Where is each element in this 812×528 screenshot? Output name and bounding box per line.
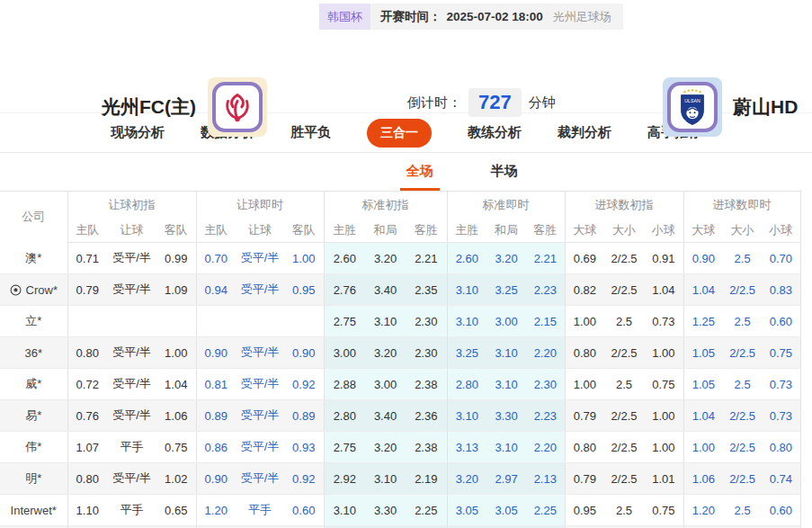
odds-cell-standard_initial: 2.21 [406, 243, 447, 274]
odds-cell-standard_live: 2.97 [486, 463, 526, 495]
odds-cell-standard_initial: 2.75 [324, 432, 365, 463]
odds-cell-handicap_initial: 平手 [107, 432, 156, 463]
odds-cell-handicap_live: 受平/半 [236, 432, 284, 463]
odds-cell-handicap_live: 受平/半 [236, 274, 284, 306]
odds-cell-standard_live: 3.10 [486, 369, 526, 400]
odds-cell-goals_initial: 1.00 [644, 337, 683, 369]
group-header-goals_live: 进球数即时 [683, 192, 800, 219]
odds-cell-standard_initial: 2.75 [324, 306, 365, 337]
odds-cell-handicap_initial: 受平/半 [107, 274, 156, 306]
column-header-company: 公司 [0, 192, 67, 243]
odds-table-head: 公司让球初指让球即时标准初指标准即时进球数初指进球数即时主队让球客队主队让球客队… [0, 192, 800, 243]
team-header: 光州FC(主) 倒计时： 727 分钟 [0, 36, 812, 112]
odds-cell-standard_initial: 3.10 [365, 306, 406, 337]
odds-cell-goals_initial: 2/2.5 [604, 432, 644, 463]
company-cell[interactable]: 易* [0, 400, 67, 432]
odds-cell-handicap_live: 0.89 [284, 400, 324, 432]
odds-cell-standard_live: 3.00 [486, 306, 526, 337]
odds-cell-handicap_initial: 0.72 [67, 369, 107, 400]
odds-cell-standard_live: 2.20 [526, 432, 565, 463]
tab-three-in-one[interactable]: 三合一 [367, 119, 432, 148]
company-cell[interactable]: 威* [0, 369, 67, 400]
table-row: 伟*1.07平手0.750.86受平/半0.932.753.202.383.13… [0, 432, 800, 463]
odds-cell-standard_initial: 2.38 [406, 369, 447, 400]
countdown-value: 727 [468, 88, 522, 117]
odds-cell-handicap_initial: 受平/半 [107, 463, 156, 495]
odds-cell-handicap_initial: 1.02 [156, 463, 196, 495]
odds-cell-goals_live: 0.90 [683, 243, 723, 274]
sub-header-standard_initial-2: 客胜 [406, 219, 447, 243]
odds-cell-goals_initial: 1.01 [644, 463, 683, 495]
odds-cell-handicap_initial: 1.04 [156, 369, 196, 400]
odds-cell-standard_live: 2.23 [526, 400, 565, 432]
tab-coach-analysis[interactable]: 教练分析 [468, 124, 522, 141]
odds-cell-goals_initial: 1.00 [565, 306, 604, 337]
odds-cell-standard_live: 3.05 [447, 495, 486, 526]
odds-cell-goals_initial: 2.5 [604, 495, 644, 526]
countdown-label: 倒计时： [407, 94, 461, 112]
odds-cell-handicap_live: 受平/半 [236, 463, 284, 495]
odds-cell-standard_live: 3.20 [447, 463, 486, 495]
sub-header-goals_live-2: 小球 [762, 219, 800, 243]
odds-cell-goals_live: 0.60 [762, 306, 800, 337]
odds-cell-standard_initial: 3.20 [365, 243, 406, 274]
odds-cell-handicap_initial: 1.06 [156, 400, 196, 432]
company-cell[interactable]: 伟* [0, 432, 67, 463]
odds-cell-standard_live: 3.10 [447, 274, 486, 306]
table-row: 立*2.753.102.303.103.002.151.002.50.731.2… [0, 306, 800, 337]
table-row: 明*0.80受平/半1.020.90受平/半0.922.923.102.193.… [0, 463, 800, 495]
kickoff-label: 开赛时间： [380, 9, 442, 25]
company-cell[interactable]: 明* [0, 463, 67, 495]
odds-cell-goals_initial: 2.5 [604, 369, 644, 400]
odds-cell-goals_live: 2/2.5 [723, 432, 762, 463]
odds-cell-handicap_live: 1.00 [284, 243, 324, 274]
odds-cell-goals_live: 0.75 [762, 337, 800, 369]
odds-cell-goals_initial: 2.5 [604, 306, 644, 337]
odds-cell-standard_live: 2.15 [526, 306, 565, 337]
odds-cell-standard_live: 3.30 [486, 400, 526, 432]
odds-cell-handicap_initial: 0.75 [156, 432, 196, 463]
sub-header-handicap_live-1: 让球 [236, 219, 284, 243]
tab-referee-analysis[interactable]: 裁判分析 [558, 124, 611, 141]
away-team: ULSAN 蔚山HD [663, 77, 798, 137]
odds-cell-goals_live: 2.5 [723, 369, 762, 400]
odds-cell-goals_live: 1.00 [683, 432, 723, 463]
odds-cell-standard_live: 2.60 [447, 243, 486, 274]
odds-cell-goals_initial: 2/2.5 [604, 243, 644, 274]
odds-cell-goals_initial: 0.69 [565, 243, 604, 274]
company-cell[interactable]: 立* [0, 306, 67, 337]
odds-cell-handicap_live: 受平/半 [236, 400, 284, 432]
company-cell[interactable]: 36* [0, 337, 67, 369]
table-row: Interwet*1.10平手0.651.20平手0.603.103.302.2… [0, 495, 800, 526]
countdown-unit: 分钟 [529, 94, 556, 112]
league-badge: 韩国杯 [319, 4, 370, 30]
company-cell[interactable]: 澳* [0, 243, 67, 274]
group-header-standard_live: 标准即时 [447, 192, 565, 219]
company-cell[interactable]: Interwet* [0, 495, 67, 526]
odds-cell-goals_live: 2/2.5 [723, 400, 762, 432]
sub-header-goals_live-1: 大小 [723, 219, 762, 243]
subtab-full-match[interactable]: 全场 [404, 163, 436, 191]
odds-cell-handicap_live: 0.89 [196, 400, 236, 432]
odds-cell-standard_live: 2.13 [526, 463, 565, 495]
subtab-half-match[interactable]: 半场 [488, 163, 521, 191]
tab-win-draw-lose[interactable]: 胜平负 [290, 124, 331, 141]
odds-cell-handicap_live: 受平/半 [236, 369, 284, 400]
sub-header-standard_initial-0: 主胜 [324, 219, 365, 243]
company-cell[interactable]: Crow* [0, 274, 67, 306]
odds-cell-handicap_live: 0.94 [196, 274, 236, 306]
odds-cell-handicap_initial: 1.07 [67, 432, 107, 463]
odds-cell-goals_live: 2/2.5 [723, 274, 762, 306]
odds-cell-handicap_live: 0.92 [284, 463, 324, 495]
odds-cell-standard_initial: 2.92 [324, 463, 365, 495]
odds-cell-handicap_initial [67, 306, 107, 337]
sub-header-standard_live-1: 和局 [486, 219, 526, 243]
sub-header-handicap_initial-1: 让球 [107, 219, 156, 243]
odds-cell-standard_initial: 2.35 [406, 274, 447, 306]
odds-cell-handicap_initial: 0.71 [67, 243, 107, 274]
odds-cell-standard_initial: 2.80 [324, 400, 365, 432]
odds-cell-standard_initial: 2.30 [406, 306, 447, 337]
odds-cell-standard_initial: 2.76 [324, 274, 365, 306]
sub-header-goals_initial-2: 小球 [644, 219, 683, 243]
odds-cell-standard_live: 3.25 [486, 274, 526, 306]
